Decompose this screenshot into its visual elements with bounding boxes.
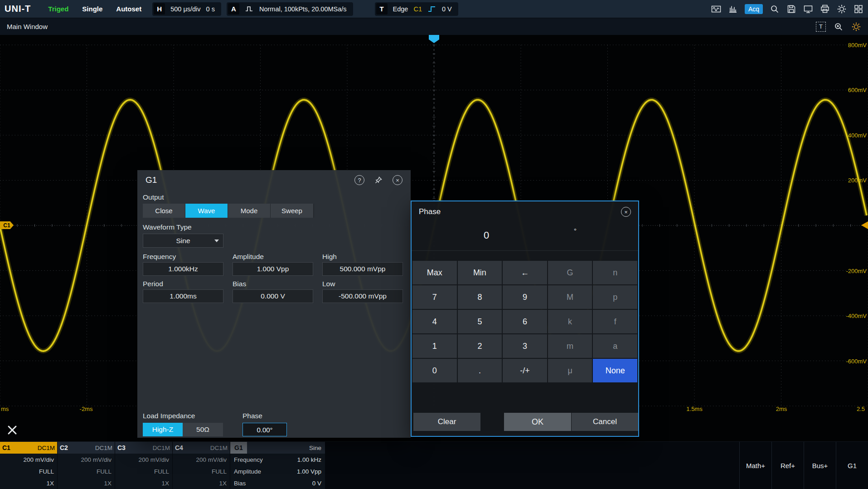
key-milli[interactable]: m [548, 334, 592, 358]
settings-gear-icon[interactable] [837, 4, 847, 14]
voltage-label: 800mV [848, 42, 867, 49]
help-icon[interactable]: ? [354, 175, 364, 185]
key-micro[interactable]: μ [548, 359, 592, 382]
trigger-label: T [376, 3, 388, 15]
timebase-value: 500 μs/div [170, 5, 200, 13]
screenshot-icon[interactable] [803, 4, 813, 14]
key-backspace[interactable]: ← [503, 261, 547, 284]
key-atto[interactable]: a [593, 334, 637, 358]
bias-label: Bias [233, 279, 313, 289]
save-icon[interactable] [786, 4, 796, 14]
high-label: High [322, 252, 403, 261]
window-layout-icon[interactable] [853, 4, 863, 14]
ref-button[interactable]: Ref+ [771, 442, 804, 489]
generator-row-label: Bias [234, 480, 246, 487]
horizontal-settings[interactable]: H 500 μs/div 0 s [152, 2, 221, 16]
key-sign[interactable]: -/+ [503, 359, 547, 382]
period-label: Period [143, 279, 223, 289]
key-mega[interactable]: M [548, 285, 592, 309]
voltage-label: 200mV [848, 177, 867, 184]
zoom-in-icon[interactable] [834, 22, 844, 32]
horizontal-label: H [154, 3, 165, 15]
generator-row-value: 1.00 Vpp [297, 468, 321, 475]
key-6[interactable]: 6 [503, 310, 547, 333]
autoset-button[interactable]: Autoset [116, 5, 141, 13]
high-field[interactable]: 500.000 mVpp [322, 262, 403, 276]
key-decimal[interactable]: . [458, 359, 502, 382]
horizontal-offset-value: 0 s [206, 5, 215, 13]
phase-value-display: 0 ° [412, 222, 638, 251]
time-label: 2ms [776, 406, 787, 412]
math-button[interactable]: Math+ [739, 442, 771, 489]
output-tabs: Close Wave Mode Sweep [143, 204, 314, 218]
g1-dialog-body: Output Close Wave Mode Sweep Waveform Ty… [137, 193, 411, 440]
trigger-settings[interactable]: T Edge C1 0 V [375, 2, 458, 16]
load-50ohm-option[interactable]: 50Ω [183, 423, 223, 436]
search-icon[interactable] [770, 4, 780, 14]
channel-scale: 200 mV/div [0, 454, 57, 465]
channel-coupling: DC1M [153, 445, 170, 451]
key-3[interactable]: 3 [503, 334, 547, 358]
low-field[interactable]: -500.000 mVpp [322, 289, 403, 303]
cancel-button[interactable]: Cancel [572, 413, 638, 431]
pin-icon[interactable] [374, 176, 383, 184]
tab-wave[interactable]: Wave [185, 204, 228, 218]
acq-mode-button[interactable]: Acq [745, 4, 763, 14]
rising-edge-icon [427, 5, 436, 13]
key-giga[interactable]: G [548, 261, 592, 284]
channel1-panel[interactable]: C1DC1M 200 mV/div FULL 1X [0, 442, 57, 489]
key-0[interactable]: 0 [412, 359, 457, 382]
close-icon[interactable]: × [621, 207, 631, 217]
key-femto[interactable]: f [593, 310, 637, 333]
key-min[interactable]: Min [458, 261, 502, 284]
time-label: ms [1, 406, 9, 412]
clear-button[interactable]: Clear [413, 413, 480, 431]
key-8[interactable]: 8 [458, 285, 502, 309]
channel-probe: 1X [173, 477, 230, 489]
histogram-icon[interactable] [728, 4, 738, 14]
phase-field[interactable]: 0.00° [242, 423, 287, 436]
channel4-panel[interactable]: C4DC1M 200 mV/div FULL 1X [173, 442, 230, 489]
key-kilo[interactable]: k [548, 310, 592, 333]
key-4[interactable]: 4 [412, 310, 457, 333]
generator-panel[interactable]: G1 Sine Frequency1.00 kHz Amplitude1.00 … [230, 442, 325, 489]
close-icon[interactable]: × [393, 175, 402, 185]
load-high-z-option[interactable]: High-Z [143, 423, 183, 436]
voltage-label: 400mV [848, 132, 867, 139]
channel2-panel[interactable]: C2DC1M 200 mV/div FULL 1X [58, 442, 115, 489]
tab-sweep[interactable]: Sweep [271, 204, 313, 218]
tab-close[interactable]: Close [143, 204, 185, 218]
time-label: 1.5ms [686, 406, 702, 412]
draw-tool-icon[interactable] [5, 423, 19, 437]
key-2[interactable]: 2 [458, 334, 502, 358]
acquisition-settings[interactable]: A Normal, 100kPts, 20.00MSa/s [227, 2, 353, 16]
g1-button[interactable]: G1 [836, 442, 868, 489]
bias-field[interactable]: 0.000 V [233, 289, 313, 303]
bottom-buttons: Math+ Ref+ Bus+ G1 [739, 442, 868, 489]
tab-mode[interactable]: Mode [228, 204, 271, 218]
key-none[interactable]: None [593, 359, 637, 382]
channel3-panel[interactable]: C3DC1M 200 mV/div FULL 1X [115, 442, 172, 489]
single-button[interactable]: Single [82, 5, 102, 13]
frequency-field[interactable]: 1.000kHz [143, 262, 223, 276]
waveform-type-label: Waveform Type [143, 223, 403, 232]
amplitude-field[interactable]: 1.000 Vpp [233, 262, 313, 276]
key-9[interactable]: 9 [503, 285, 547, 309]
generator-row-value: 0 V [312, 480, 321, 487]
waveform-display-icon[interactable] [711, 4, 721, 14]
printer-icon[interactable] [820, 4, 830, 14]
key-1[interactable]: 1 [412, 334, 457, 358]
key-5[interactable]: 5 [458, 310, 502, 333]
waveform-type-dropdown[interactable]: Sine [143, 234, 223, 248]
voltage-label: 600mV [848, 87, 867, 93]
ok-button[interactable]: OK [504, 413, 571, 431]
key-nano[interactable]: n [593, 261, 637, 284]
key-max[interactable]: Max [412, 261, 457, 284]
text-annotation-icon[interactable]: T [816, 22, 826, 32]
channel-name: C2 [60, 444, 68, 451]
period-field[interactable]: 1.000ms [143, 289, 223, 303]
bus-button[interactable]: Bus+ [804, 442, 836, 489]
key-pico[interactable]: p [593, 285, 637, 309]
display-settings-gear-icon[interactable] [851, 22, 861, 32]
key-7[interactable]: 7 [412, 285, 457, 309]
